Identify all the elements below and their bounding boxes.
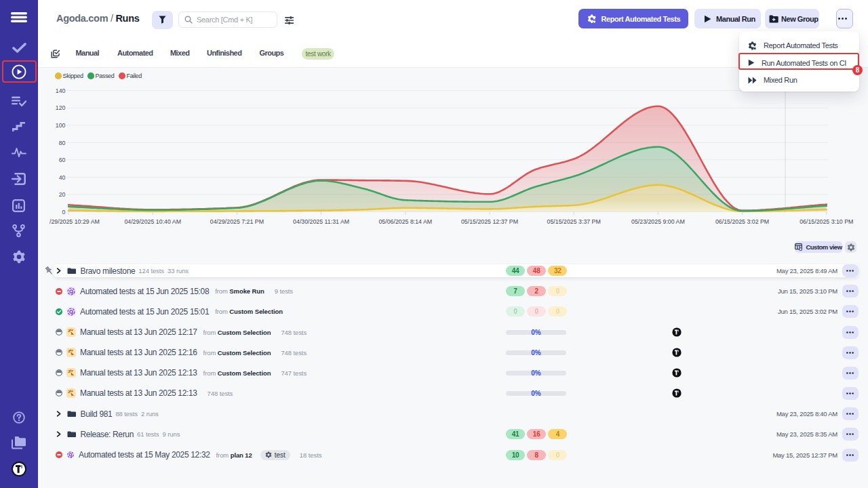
svg-text:05/23/2025 9:00 AM: 05/23/2025 9:00 AM bbox=[631, 218, 685, 225]
svg-text:120: 120 bbox=[56, 104, 66, 111]
svg-text:06/15/2025 3:02 PM: 06/15/2025 3:02 PM bbox=[715, 218, 769, 225]
svg-text:05/15/2025 3:37 PM: 05/15/2025 3:37 PM bbox=[547, 218, 601, 225]
svg-text:60: 60 bbox=[59, 157, 66, 163]
svg-text:/29/2025 10:29 AM: /29/2025 10:29 AM bbox=[50, 218, 100, 225]
svg-text:04/29/2025 10:40 AM: 04/29/2025 10:40 AM bbox=[124, 218, 181, 225]
svg-text:04/30/2025 11:31 AM: 04/30/2025 11:31 AM bbox=[293, 218, 349, 225]
svg-text:40: 40 bbox=[59, 174, 66, 181]
svg-text:05/15/2025 12:37 PM: 05/15/2025 12:37 PM bbox=[461, 218, 518, 225]
svg-text:20: 20 bbox=[59, 191, 66, 198]
svg-text:05/06/2025 8:14 AM: 05/06/2025 8:14 AM bbox=[378, 218, 432, 225]
svg-text:100: 100 bbox=[56, 122, 66, 129]
svg-text:06/15/2025 3:10 PM: 06/15/2025 3:10 PM bbox=[800, 218, 853, 225]
svg-text:80: 80 bbox=[59, 140, 66, 146]
svg-text:0: 0 bbox=[62, 209, 66, 216]
svg-text:04/29/2025 7:21 PM: 04/29/2025 7:21 PM bbox=[210, 218, 264, 225]
svg-text:140: 140 bbox=[56, 87, 66, 94]
